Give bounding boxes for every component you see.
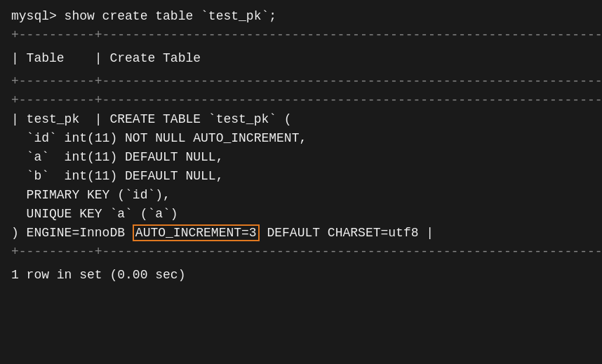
data-line5: PRIMARY KEY (`id`), <box>11 186 591 205</box>
data-line7-post: DEFAULT CHARSET=utf8 | <box>260 226 434 240</box>
data-line1: | test_pk | CREATE TABLE `test_pk` ( <box>11 110 591 129</box>
data-line2: `id` int(11) NOT NULL AUTO_INCREMENT, <box>11 129 591 148</box>
auto-increment-highlight: AUTO_INCREMENT=3 <box>133 224 260 241</box>
terminal-window: mysql> show create table `test_pk`; +---… <box>0 0 602 364</box>
divider-top: +----------+----------------------------… <box>11 26 591 45</box>
data-line3: `a` int(11) DEFAULT NULL, <box>11 148 591 167</box>
data-line7: ) ENGINE=InnoDB AUTO_INCREMENT=3 DEFAULT… <box>11 224 591 243</box>
data-line6: UNIQUE KEY `a` (`a`) <box>11 205 591 224</box>
divider-mid2: +----------+----------------------------… <box>11 91 591 110</box>
data-line4: `b` int(11) DEFAULT NULL, <box>11 167 591 186</box>
result-line: 1 row in set (0.00 sec) <box>11 266 591 285</box>
header-row: | Table | Create Table <box>11 49 591 68</box>
data-line7-pre: ) ENGINE=InnoDB <box>11 226 133 240</box>
prompt-line: mysql> show create table `test_pk`; <box>11 7 591 26</box>
divider-mid: +----------+----------------------------… <box>11 72 591 91</box>
divider-bot: +----------+----------------------------… <box>11 243 591 262</box>
